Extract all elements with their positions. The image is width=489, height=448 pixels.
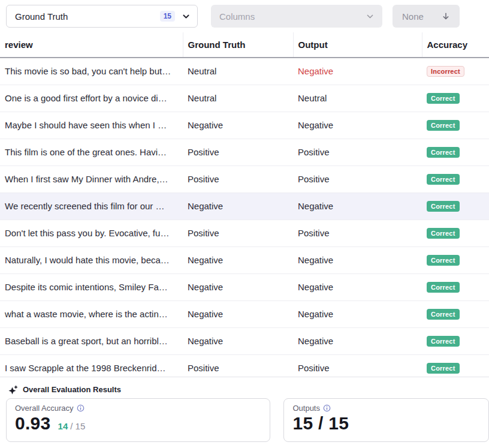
review-cell: Naturally, I would hate this movie, beca… — [0, 246, 183, 273]
table-row[interactable]: Baseball is a great sport, but an horrib… — [0, 327, 489, 354]
output-cell: Negative — [293, 112, 422, 139]
column-header-review: review — [0, 32, 183, 58]
info-icon[interactable] — [77, 404, 84, 412]
output-cell: Negative — [293, 273, 422, 300]
ground-truth-cell: Negative — [183, 112, 293, 139]
table-row[interactable]: When I first saw My Dinner with Andre,… … — [0, 166, 489, 193]
ground-truth-cell: Neutral — [183, 85, 293, 112]
accuracy-cell: Incorrect — [422, 58, 489, 85]
ground-truth-cell: Negative — [183, 327, 293, 354]
review-cell: Baseball is a great sport, but an horrib… — [0, 327, 183, 354]
output-cell: Negative — [293, 246, 422, 273]
columns-select[interactable]: Columns — [211, 5, 382, 28]
output-cell: Positive — [293, 139, 422, 166]
outputs-label: Outputs — [292, 404, 320, 413]
table-row[interactable]: Maybe I should have seen this when I … N… — [0, 112, 489, 139]
overall-accuracy-fraction: 14/ 15 — [58, 421, 86, 431]
output-cell: Positive — [293, 166, 422, 193]
results-cards: Overall Accuracy 0.93 14/ 15 Outputs — [0, 396, 489, 442]
ground-truth-cell: Positive — [183, 166, 293, 193]
column-header-output: Output — [293, 32, 422, 58]
overall-results-panel: Overall Evaluation Results Overall Accur… — [0, 377, 489, 448]
accuracy-cell: Correct — [422, 112, 489, 139]
table-row[interactable]: One is a good first effort by a novice d… — [0, 85, 489, 112]
accuracy-cell: Correct — [422, 327, 489, 354]
review-cell: This film is one of the great ones. Havi… — [0, 139, 183, 166]
review-cell: One is a good first effort by a novice d… — [0, 85, 183, 112]
accuracy-badge: Correct — [427, 93, 460, 104]
output-cell: Negative — [293, 58, 422, 85]
column-header-ground-truth: Ground Truth — [183, 32, 293, 58]
review-cell: Don't let this pass you by. Evocative, f… — [0, 220, 183, 246]
sort-none-label: None — [402, 11, 424, 22]
overall-results-title: Overall Evaluation Results — [23, 385, 121, 394]
accuracy-cell: Correct — [422, 139, 489, 166]
table-row[interactable]: Despite its comic intentions, Smiley Fa…… — [0, 273, 489, 300]
overall-accuracy-value: 0.93 — [15, 413, 51, 434]
ground-truth-select-label: Ground Truth — [15, 11, 160, 22]
table-row[interactable]: Naturally, I would hate this movie, beca… — [0, 246, 489, 273]
accuracy-badge: Correct — [427, 282, 460, 293]
evaluation-view: Ground Truth 15 Columns None r — [0, 0, 489, 382]
table-row-selected[interactable]: We recently screened this film for our …… — [0, 193, 489, 220]
sort-none-button[interactable]: None — [393, 5, 460, 28]
review-cell: what a waste movie, where is the actin… — [0, 300, 183, 327]
output-cell: Negative — [293, 193, 422, 220]
table-row[interactable]: Don't let this pass you by. Evocative, f… — [0, 220, 489, 246]
accuracy-cell: Correct — [422, 246, 489, 273]
ground-truth-cell: Negative — [183, 273, 293, 300]
overall-accuracy-card: Overall Accuracy 0.93 14/ 15 — [6, 398, 270, 442]
table-row[interactable]: what a waste movie, where is the actin… … — [0, 300, 489, 327]
overall-accuracy-label: Overall Accuracy — [15, 404, 74, 413]
accuracy-cell: Correct — [422, 220, 489, 246]
review-cell: We recently screened this film for our … — [0, 193, 183, 220]
ground-truth-count-badge: 15 — [160, 11, 175, 22]
results-table: review Ground Truth Output Accuracy This… — [0, 32, 489, 382]
table-row[interactable]: This movie is so bad, you can't help but… — [0, 58, 489, 85]
accuracy-badge: Correct — [427, 174, 460, 185]
chevron-down-icon — [182, 13, 190, 20]
output-cell: Neutral — [293, 85, 422, 112]
column-header-accuracy: Accuracy — [422, 32, 489, 58]
toolbar: Ground Truth 15 Columns None — [0, 0, 489, 32]
output-cell: Positive — [293, 220, 422, 246]
info-icon[interactable] — [323, 404, 331, 412]
output-cell: Negative — [293, 300, 422, 327]
table-header: review Ground Truth Output Accuracy — [0, 32, 489, 58]
accuracy-cell: Correct — [422, 300, 489, 327]
ground-truth-cell: Positive — [183, 139, 293, 166]
accuracy-badge: Correct — [427, 309, 460, 320]
arrow-down-icon — [442, 12, 450, 20]
accuracy-badge: Correct — [427, 363, 460, 374]
accuracy-badge: Correct — [427, 201, 460, 212]
outputs-card: Outputs 15 / 15 — [283, 398, 489, 442]
accuracy-cell: Correct — [422, 85, 489, 112]
accuracy-cell: Correct — [422, 193, 489, 220]
ground-truth-cell: Negative — [183, 246, 293, 273]
ground-truth-select[interactable]: Ground Truth 15 — [6, 5, 198, 28]
accuracy-badge: Correct — [427, 147, 460, 158]
review-cell: When I first saw My Dinner with Andre,… — [0, 166, 183, 193]
review-cell: Despite its comic intentions, Smiley Fa… — [0, 273, 183, 300]
columns-select-placeholder: Columns — [219, 11, 255, 22]
accuracy-cell: Correct — [422, 273, 489, 300]
review-cell: This movie is so bad, you can't help but… — [0, 58, 183, 85]
accuracy-badge: Incorrect — [427, 66, 464, 77]
ground-truth-cell: Neutral — [183, 58, 293, 85]
overall-results-header: Overall Evaluation Results — [0, 377, 489, 396]
table-row[interactable]: This film is one of the great ones. Havi… — [0, 139, 489, 166]
review-cell: Maybe I should have seen this when I … — [0, 112, 183, 139]
ground-truth-cell: Negative — [183, 300, 293, 327]
accuracy-cell: Correct — [422, 166, 489, 193]
accuracy-badge: Correct — [427, 120, 460, 131]
accuracy-badge: Correct — [427, 228, 460, 239]
accuracy-badge: Correct — [427, 336, 460, 347]
ground-truth-cell: Positive — [183, 220, 293, 246]
outputs-value: 15 / 15 — [292, 413, 349, 434]
accuracy-badge: Correct — [427, 255, 460, 266]
output-cell: Negative — [293, 327, 422, 354]
chevron-down-icon — [366, 13, 374, 20]
sparkles-icon — [8, 385, 18, 395]
ground-truth-cell: Negative — [183, 193, 293, 220]
